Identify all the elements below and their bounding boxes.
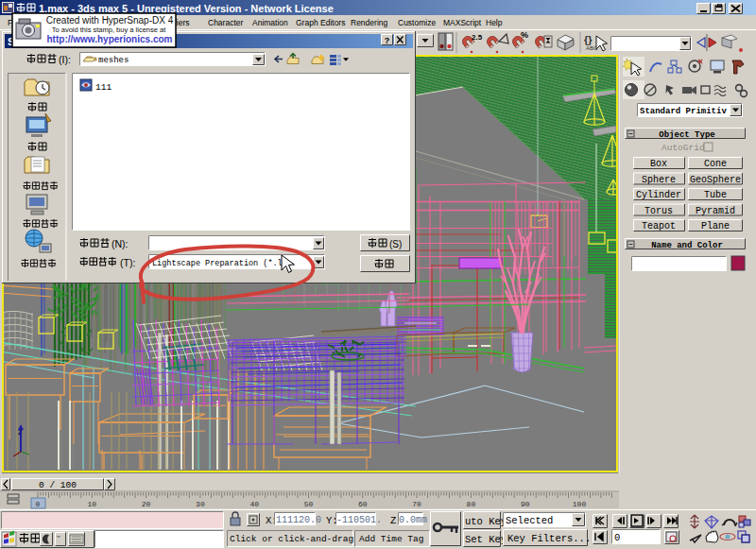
svg-text:90: 90 [521,500,530,508]
svg-text:?: ? [385,36,390,45]
svg-text:70: 70 [412,500,421,508]
svg-text:Tube: Tube [704,190,727,200]
svg-text:Cylinder: Cylinder [636,190,681,200]
svg-text:Name and Color: Name and Color [651,241,723,250]
svg-text:uto Key: uto Key [465,516,507,527]
svg-text:Click or click-and-drag: Click or click-and-drag [230,534,353,544]
svg-text:GeoSphere: GeoSphere [690,175,741,185]
svg-text:Teapot: Teapot [642,221,676,232]
svg-text:10: 10 [87,500,96,508]
svg-text:Customize: Customize [398,18,436,27]
svg-text:AutoGrid: AutoGrid [662,143,705,153]
svg-text:0: 0 [614,532,620,543]
svg-text:Cone: Cone [704,159,727,169]
svg-text:80: 80 [467,500,476,508]
svg-text:0.0mm: 0.0mm [399,515,427,525]
svg-text:To avoid this stamp, buy a lic: To avoid this stamp, buy a license at [52,26,166,34]
svg-text:Z: Z [18,429,23,436]
svg-text:Lightscape Preparation (*.lP: Lightscape Preparation (*.lP [152,259,287,268]
svg-text:(I):: (I): [59,54,71,65]
svg-text:’’: ’’ [57,534,60,543]
svg-text:40: 40 [249,500,259,508]
svg-text:Standard Primitiv: Standard Primitiv [640,107,727,116]
svg-text:Pyramid: Pyramid [696,206,735,216]
svg-text:Help: Help [486,18,503,27]
svg-text:Rendering: Rendering [351,18,387,27]
svg-text:{}: {} [584,34,593,45]
svg-text:Animation: Animation [252,18,288,27]
svg-text:0 / 100: 0 / 100 [39,480,77,490]
svg-text:MAXScript: MAXScript [443,18,482,27]
svg-text:Selected: Selected [506,515,553,526]
svg-text:60: 60 [358,500,368,508]
svg-text:meshes: meshes [98,56,129,65]
svg-text:2.5: 2.5 [472,33,483,42]
svg-text:Character: Character [208,18,243,27]
svg-text:Plane: Plane [701,221,730,232]
svg-text:Sphere: Sphere [642,175,676,185]
svg-text:Created with HyperSnap-DX 4: Created with HyperSnap-DX 4 [46,15,174,26]
svg-text:Torus: Torus [644,206,673,216]
svg-text:Graph Editors: Graph Editors [296,18,345,27]
svg-text:Add Time Tag: Add Time Tag [359,534,423,544]
svg-text:%: % [521,30,528,40]
svg-text:Key Filters...: Key Filters... [507,533,591,544]
svg-text:111120.0: 111120.0 [276,515,321,525]
svg-text:Set Key: Set Key [465,534,507,545]
svg-text:(S): (S) [389,239,402,249]
svg-text:Box: Box [650,159,667,169]
svg-text:1.max - 3ds max 5 - Unregister: 1.max - 3ds max 5 - Unregistered Version… [39,3,334,14]
svg-text:(T):: (T): [120,257,135,268]
svg-text:-110501.: -110501. [336,515,382,525]
svg-text:0: 0 [36,500,41,508]
svg-text:30: 30 [196,500,205,508]
svg-text:http://www.hyperionics.com: http://www.hyperionics.com [47,34,173,44]
svg-text:111: 111 [95,82,112,93]
svg-text:(N):: (N): [112,238,129,249]
svg-text:100: 100 [573,500,587,508]
svg-text:Object Type: Object Type [659,130,714,140]
svg-text:20: 20 [142,500,151,508]
svg-text:50: 50 [304,500,314,508]
